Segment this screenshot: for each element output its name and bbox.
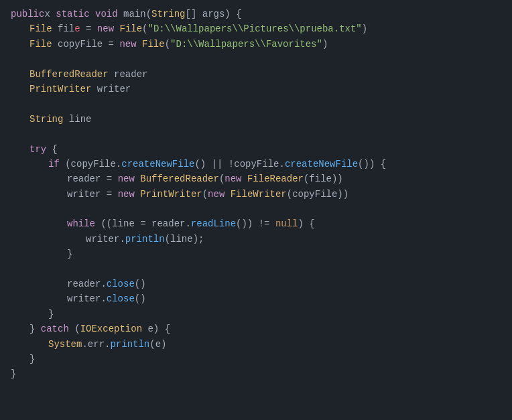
token: () (135, 291, 146, 306)
token: (file)) (304, 171, 343, 186)
code-line: writer.close() (0, 291, 512, 306)
code-line: reader.close() (0, 277, 512, 291)
token: public (11, 7, 44, 21)
token: } (67, 247, 72, 261)
code-line: try { (0, 142, 512, 157)
token: [] (186, 7, 197, 21)
code-line: PrintWriter writer (0, 82, 512, 96)
token: println (110, 337, 149, 352)
code-line: if (copyFile.createNewFile() || !copyFil… (0, 157, 512, 171)
token: e (74, 21, 80, 36)
token: main (123, 7, 146, 21)
token: writer (91, 82, 131, 96)
token: ()) { (358, 157, 386, 171)
token: new (225, 171, 241, 186)
token: ( (202, 187, 208, 202)
code-line: writer = new PrintWriter(new FileWriter(… (0, 187, 512, 202)
code-line: reader = new BufferedReader(new FileRead… (0, 171, 512, 186)
token: ) { (225, 7, 241, 21)
token: ) { (298, 216, 314, 231)
token: ( (219, 171, 225, 186)
token: copyFile = (52, 37, 120, 52)
token: new (119, 37, 136, 52)
token: File (29, 37, 52, 52)
token: catch (41, 322, 69, 336)
token: "D:\\Wallpapers\\Pictures\\prueba.txt" (148, 21, 362, 36)
token: (line); (165, 232, 204, 247)
token (135, 171, 140, 186)
token: try (29, 142, 46, 157)
token: "D:\\Wallpapers\\Favorites" (170, 37, 322, 52)
token: close (107, 277, 135, 291)
token: fil (58, 21, 74, 36)
code-editor: publicx static void main(String[] args) … (0, 0, 512, 420)
code-content: publicx static void main(String[] args) … (0, 7, 512, 382)
token: line (63, 112, 91, 127)
code-line: } catch (IOException e) { (0, 322, 512, 336)
code-line (0, 127, 512, 141)
token: static (56, 7, 89, 21)
token: File (29, 21, 52, 36)
token: ) (362, 21, 367, 36)
token: null (275, 216, 298, 231)
token: BufferedReader (29, 67, 109, 82)
token: reader. (67, 277, 107, 291)
token: ( (69, 322, 80, 336)
token: ((line = reader. (95, 216, 191, 231)
token (137, 37, 142, 52)
token: new (118, 171, 135, 186)
token: = (80, 21, 97, 36)
token: (copyFile. (60, 157, 121, 171)
token: new (97, 21, 114, 36)
token: new (208, 187, 225, 202)
token: void (95, 7, 118, 21)
token (242, 171, 247, 186)
token (114, 21, 119, 36)
token: = (101, 187, 117, 202)
token: File (142, 37, 165, 52)
token: File (119, 21, 142, 36)
token: readLine (191, 216, 236, 231)
token: writer. (86, 232, 125, 247)
code-line: File copyFile = new File("D:\\Wallpapers… (0, 37, 512, 52)
code-line: writer.println(line); (0, 232, 512, 247)
token: PrintWriter (140, 187, 202, 202)
token: ) (322, 37, 328, 52)
token: writer. (67, 291, 107, 306)
token: IOException (80, 322, 142, 336)
code-line: } (0, 247, 512, 261)
token: () || !copyFile. (194, 157, 284, 171)
token: ( (146, 7, 151, 21)
token: } (29, 322, 41, 336)
token (52, 21, 58, 36)
token: ()) != (236, 216, 275, 231)
token: } (11, 366, 16, 381)
token: e) { (142, 322, 170, 336)
token: writer (67, 187, 101, 202)
token: createNewFile (285, 157, 358, 171)
token: ( (165, 37, 170, 52)
token: reader (109, 67, 148, 82)
token: (copyFile)) (287, 187, 348, 202)
code-line: } (0, 307, 512, 322)
token: { (46, 142, 58, 157)
token (50, 7, 56, 21)
code-line: File file = new File("D:\\Wallpapers\\Pi… (0, 21, 512, 36)
token: String (151, 7, 185, 21)
token: x (44, 7, 50, 21)
code-line: while ((line = reader.readLine()) != nul… (0, 216, 512, 231)
token: } (48, 307, 54, 322)
token (135, 187, 140, 202)
code-line: BufferedReader reader (0, 67, 512, 82)
token (118, 7, 123, 21)
code-line (0, 52, 512, 66)
code-line: publicx static void main(String[] args) … (0, 7, 512, 21)
token: FileWriter (231, 187, 287, 202)
token: .err. (82, 337, 110, 352)
token: (e) (149, 337, 166, 352)
code-line: } (0, 352, 512, 366)
token (90, 7, 95, 21)
token: System (48, 337, 82, 352)
token: } (29, 352, 35, 366)
token: = (101, 171, 117, 186)
